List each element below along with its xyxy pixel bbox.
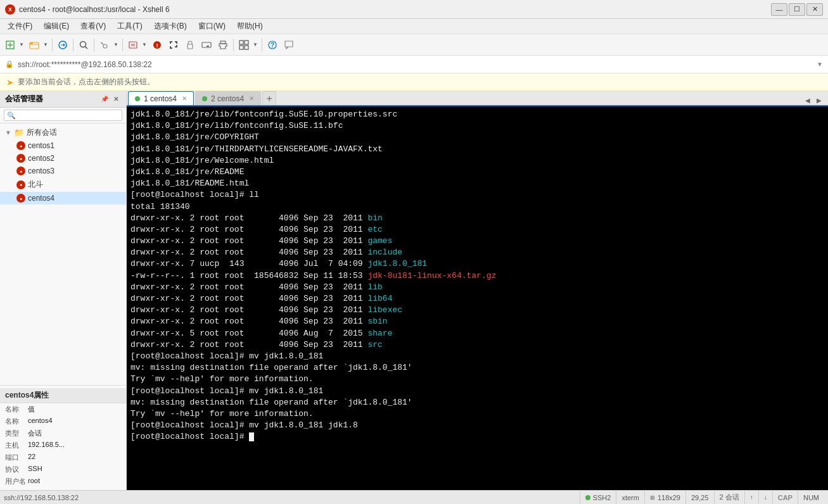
menu-edit[interactable]: 编辑(E) bbox=[39, 20, 74, 33]
menu-file[interactable]: 文件(F) bbox=[3, 20, 37, 33]
window-controls: — ☐ ✕ bbox=[771, 3, 823, 16]
fullscreen-button[interactable] bbox=[166, 37, 181, 53]
key-button[interactable] bbox=[97, 37, 112, 53]
status-cursor-label: 29,25 bbox=[691, 494, 709, 501]
term-line-26: mv: missing destination file operand aft… bbox=[131, 397, 824, 408]
help-button[interactable]: ? bbox=[265, 37, 280, 53]
prop-row-name: 名称 centos4 bbox=[0, 415, 126, 427]
svg-rect-26 bbox=[245, 46, 248, 49]
term-line-16: drwxr-xr-x. 2 root root 4096 Sep 23 2011… bbox=[131, 282, 824, 293]
status-cap: CAP bbox=[772, 491, 798, 504]
info-bar: ➤ 要添加当前会话，点击左侧的箭头按钮。 bbox=[0, 73, 828, 91]
term-line-18: drwxr-xr-x. 2 root root 4096 Sep 23 2011… bbox=[131, 305, 824, 316]
status-bar: ssh://192.168.50.138:22 SSH2 xterm ⊞ 118… bbox=[0, 490, 828, 504]
tab-centos4-2[interactable]: 2 centos4 ✕ bbox=[195, 91, 261, 105]
sidebar-pin-button[interactable]: 📌 bbox=[99, 95, 110, 104]
red-button[interactable]: ! bbox=[150, 37, 165, 53]
num-label: NUM bbox=[803, 494, 819, 501]
compose-dropdown[interactable]: ▼ bbox=[141, 37, 148, 53]
down-arrow-icon[interactable]: ↓ bbox=[764, 494, 767, 501]
term-line-25: [root@localhost local]# mv jdk1.8.0_181 bbox=[131, 386, 824, 397]
layout-group: ▼ bbox=[236, 37, 259, 53]
prop-row-port: 端口 22 bbox=[0, 451, 126, 463]
new-session-button[interactable] bbox=[3, 37, 18, 53]
status-xterm-label: xterm bbox=[621, 494, 639, 501]
close-button[interactable]: ✕ bbox=[806, 3, 823, 16]
session-tree-root[interactable]: ▼ 📁 所有会话 bbox=[0, 126, 126, 139]
status-ssh2: SSH2 bbox=[580, 491, 616, 504]
compose-button[interactable] bbox=[125, 37, 141, 53]
search-button[interactable] bbox=[76, 37, 91, 53]
key-dropdown[interactable]: ▼ bbox=[112, 37, 120, 53]
sidebar: 会话管理器 📌 ✕ ▼ 📁 所有会话 ● centos1 ● centos2 bbox=[0, 91, 127, 490]
menu-window[interactable]: 窗口(W) bbox=[193, 20, 231, 33]
terminal-cursor bbox=[249, 432, 254, 441]
term-line-5: jdk1.8.0_181/jre/Welcome.html bbox=[131, 155, 824, 167]
open-group: ▼ bbox=[27, 37, 49, 53]
properties-panel: centos4属性 名称 值 名称 centos4 类型 会话 主机 192.1… bbox=[0, 385, 126, 490]
session-item-beidu[interactable]: ● 北斗 bbox=[0, 177, 126, 192]
status-nav-down[interactable]: ↓ bbox=[758, 491, 772, 504]
term-line-6: jdk1.8.0_181/jre/README bbox=[131, 167, 824, 178]
term-line-23: mv: missing destination file operand aft… bbox=[131, 362, 824, 374]
keyboard-button[interactable] bbox=[199, 37, 214, 53]
sidebar-close-button[interactable]: ✕ bbox=[111, 95, 121, 104]
chat-button[interactable] bbox=[281, 37, 296, 53]
tab-close-2[interactable]: ✕ bbox=[249, 95, 254, 102]
lock-button[interactable] bbox=[182, 37, 198, 53]
terminal-scroll[interactable]: jdk1.8.0_181/jre/lib/fontconfig.SuSE.10.… bbox=[131, 109, 824, 488]
sidebar-search bbox=[0, 108, 126, 123]
svg-line-7 bbox=[86, 46, 88, 49]
folder-icon: 📁 bbox=[14, 128, 24, 137]
menu-tools[interactable]: 工具(T) bbox=[112, 20, 147, 33]
toolbar: ▼ ▼ ▼ ▼ ! bbox=[0, 34, 828, 56]
status-nav-up[interactable]: ↑ bbox=[744, 491, 758, 504]
connect-button[interactable] bbox=[55, 37, 70, 53]
address-dropdown[interactable]: ▼ bbox=[817, 61, 823, 68]
sidebar-search-input[interactable] bbox=[4, 110, 122, 121]
new-session-dropdown[interactable]: ▼ bbox=[18, 37, 25, 53]
menu-view[interactable]: 查看(V) bbox=[75, 20, 111, 33]
terminal-area[interactable]: jdk1.8.0_181/jre/lib/fontconfig.SuSE.10.… bbox=[127, 106, 828, 490]
prop-key-name: 名称 bbox=[5, 417, 28, 426]
address-bar: 🔒 ▼ bbox=[0, 56, 828, 73]
term-line-3: jdk1.8.0_181/jre/COPYRIGHT bbox=[131, 132, 824, 143]
layout-button[interactable] bbox=[236, 37, 252, 53]
server-icon-centos2: ● bbox=[16, 154, 25, 163]
prop-row-host: 主机 192.168.5... bbox=[0, 439, 126, 451]
maximize-button[interactable]: ☐ bbox=[789, 3, 805, 16]
tab-bar: 1 centos4 ✕ 2 centos4 ✕ + ◀ ▶ bbox=[127, 91, 828, 106]
session-item-centos1[interactable]: ● centos1 bbox=[0, 139, 126, 152]
menu-tabs[interactable]: 选项卡(B) bbox=[149, 20, 192, 33]
open-dropdown[interactable]: ▼ bbox=[42, 37, 49, 53]
session-item-centos2[interactable]: ● centos2 bbox=[0, 152, 126, 165]
session-label-centos3: centos3 bbox=[28, 167, 54, 175]
prop-row-user: 用户名 root bbox=[0, 476, 126, 488]
toolbar-sep-4 bbox=[122, 39, 123, 51]
up-arrow-icon[interactable]: ↑ bbox=[750, 494, 753, 501]
minimize-button[interactable]: — bbox=[771, 3, 787, 16]
print-button[interactable] bbox=[215, 37, 231, 53]
session-label-centos4: centos4 bbox=[28, 194, 54, 203]
sidebar-title: 会话管理器 bbox=[5, 94, 43, 104]
tab-add-button[interactable]: + bbox=[262, 91, 276, 105]
tab-close-1[interactable]: ✕ bbox=[182, 95, 187, 102]
tab-dot-2 bbox=[202, 96, 207, 101]
prop-key-user: 用户名 bbox=[5, 477, 28, 486]
menu-help[interactable]: 帮助(H) bbox=[232, 20, 268, 33]
server-icon-centos4: ● bbox=[16, 194, 25, 203]
open-button[interactable] bbox=[27, 37, 42, 53]
toolbar-sep-3 bbox=[94, 39, 94, 51]
layout-dropdown[interactable]: ▼ bbox=[252, 37, 259, 53]
session-item-centos3[interactable]: ● centos3 bbox=[0, 165, 126, 177]
tab-prev-button[interactable]: ◀ bbox=[803, 95, 813, 105]
tab-next-button[interactable]: ▶ bbox=[814, 95, 824, 105]
cap-label: CAP bbox=[778, 494, 793, 501]
app-icon: X bbox=[5, 4, 15, 15]
session-item-centos4[interactable]: ● centos4 bbox=[0, 192, 126, 205]
prop-val-port: 22 bbox=[28, 453, 121, 462]
prop-row-protocol: 协议 SSH bbox=[0, 463, 126, 476]
tab-centos4-1[interactable]: 1 centos4 ✕ bbox=[128, 91, 194, 105]
address-input[interactable] bbox=[18, 60, 813, 69]
info-text: 要添加当前会话，点击左侧的箭头按钮。 bbox=[18, 77, 155, 87]
